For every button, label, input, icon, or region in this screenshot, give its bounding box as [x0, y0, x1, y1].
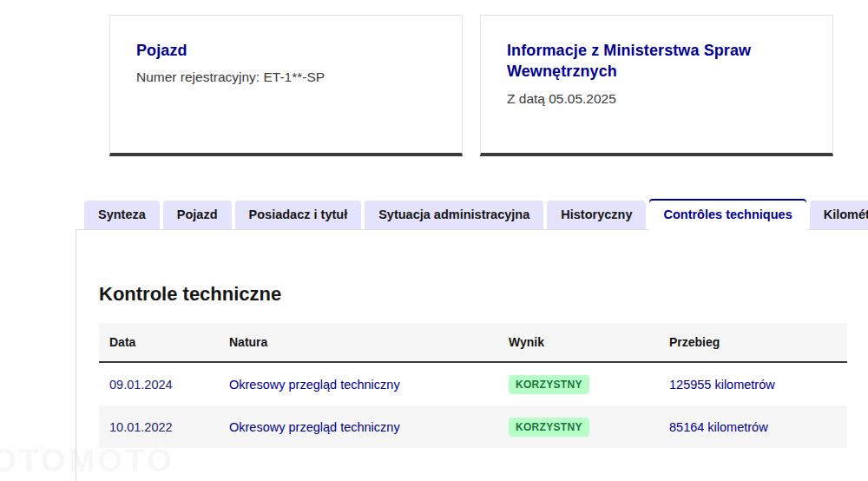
tab-posiadacz-i-tytul[interactable]: Posiadacz i tytuł: [235, 201, 362, 229]
inspections-table: Data Natura Wynik Przebieg 09.01.2024 Ok…: [99, 323, 847, 448]
inspection-nature: Okresowy przegląd techniczny: [229, 420, 509, 434]
ministry-info-card: Informacje z Ministerstwa Spraw Wewnętrz…: [480, 15, 833, 156]
tab-bar: Synteza Pojazd Posiadacz i tytuł Sytuacj…: [84, 199, 868, 229]
inspection-nature: Okresowy przegląd techniczny: [229, 378, 509, 392]
inspection-result-cell: KORZYSTNY: [509, 375, 669, 394]
table-row: 09.01.2024 Okresowy przegląd techniczny …: [99, 363, 847, 405]
technical-inspections-panel: Kontrole techniczne Data Natura Wynik Pr…: [76, 229, 868, 481]
vehicle-card: Pojazd Numer rejestracyjny: ET-1**-SP: [109, 15, 463, 156]
table-row: 10.01.2022 Okresowy przegląd techniczny …: [99, 405, 847, 448]
registration-number-text: Numer rejestracyjny: ET-1**-SP: [136, 69, 436, 85]
tab-sytuacja-administracyjna[interactable]: Sytuacja administracyjna: [365, 201, 543, 229]
tab-kilometrage[interactable]: Kilométrage: [810, 201, 868, 229]
tab-historyczny[interactable]: Historyczny: [547, 201, 646, 229]
vehicle-card-title: Pojazd: [136, 40, 436, 61]
column-header-przebieg: Przebieg: [669, 335, 847, 349]
ministry-info-card-title: Informacje z Ministerstwa Spraw Wewnętrz…: [507, 40, 806, 82]
column-header-natura: Natura: [229, 335, 509, 349]
tab-synteza[interactable]: Synteza: [84, 201, 160, 229]
column-header-wynik: Wynik: [509, 335, 669, 349]
status-badge: KORZYSTNY: [509, 375, 589, 394]
inspection-date: 09.01.2024: [109, 378, 229, 392]
tab-pojazd[interactable]: Pojazd: [163, 201, 232, 229]
column-header-data: Data: [109, 335, 229, 349]
inspection-date: 10.01.2022: [109, 420, 229, 434]
inspection-mileage: 85164 kilometrów: [669, 420, 847, 434]
report-date-text: Z datą 05.05.2025: [507, 91, 806, 107]
table-header-row: Data Natura Wynik Przebieg: [99, 323, 847, 363]
inspection-mileage: 125955 kilometrów: [669, 378, 847, 392]
vehicle-history-page: Pojazd Numer rejestracyjny: ET-1**-SP In…: [0, 0, 868, 481]
inspection-result-cell: KORZYSTNY: [509, 418, 669, 437]
status-badge: KORZYSTNY: [509, 418, 589, 437]
tab-controles-techniques[interactable]: Contrôles techniques: [649, 199, 806, 230]
panel-heading: Kontrole techniczne: [99, 283, 868, 306]
